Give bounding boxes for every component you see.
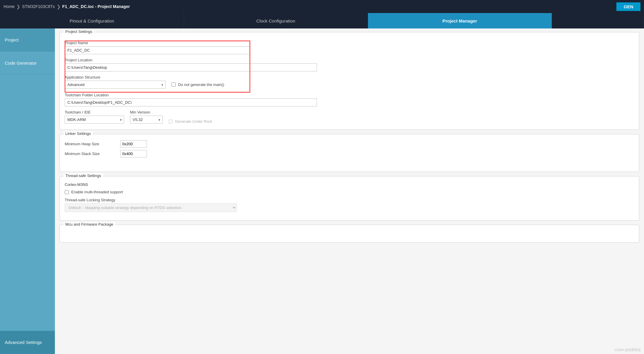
toolchain-folder-group: Toolchain Folder Location <box>65 93 634 106</box>
locking-strategy-group: Thread-safe Locking Strategy Default – M… <box>65 198 634 212</box>
sidebar-item-advanced-settings[interactable]: Advanced Settings <box>0 331 55 354</box>
project-settings-box: Project Settings Project Name Project Lo… <box>60 32 639 130</box>
project-location-label: Project Location <box>65 58 634 62</box>
generate-under-root-row: Generate Under Root <box>169 119 212 124</box>
toolchain-ide-select-wrapper: MDK-ARM EWARM SW4STM32 Makefile <box>65 116 124 124</box>
project-location-input[interactable] <box>65 63 317 71</box>
sidebar-item-code-generator[interactable]: Code Generator <box>0 52 55 75</box>
project-name-label: Project Name <box>65 41 634 45</box>
breadcrumb-project[interactable]: F1_ADC_DC.ioc - Project Manager <box>62 4 130 9</box>
do-not-generate-label: Do not generate the main() <box>178 82 224 87</box>
linker-settings-box: Linker Settings Minimum Heap Size Minimu… <box>60 134 639 172</box>
min-version-select-wrapper: V5.27 V5.29 V5.32 V5.36 <box>130 116 163 124</box>
enable-multi-thread-row: Enable multi-threaded support <box>65 190 634 194</box>
tab-pinout[interactable]: Pinout & Configuration <box>0 13 184 28</box>
app-structure-row: Application Structure Basic Advanced Do … <box>65 75 634 89</box>
watermark: CSDN @四臂西瓜 <box>615 348 641 352</box>
min-version-select[interactable]: V5.27 V5.29 V5.32 V5.36 <box>130 116 163 124</box>
min-stack-input[interactable] <box>120 150 147 157</box>
breadcrumb-arrow-1: ❯ <box>16 4 20 9</box>
app-structure-label: Application Structure <box>65 75 166 79</box>
min-version-label: Min Version <box>130 110 163 114</box>
do-not-generate-checkbox[interactable] <box>172 82 176 87</box>
enable-multi-thread-checkbox[interactable] <box>65 190 69 194</box>
min-heap-row: Minimum Heap Size <box>65 140 634 148</box>
toolchain-ide-label: Toolchain / IDE <box>65 110 124 114</box>
min-heap-label: Minimum Heap Size <box>65 142 117 146</box>
tab-bar: Pinout & Configuration Clock Configurati… <box>0 13 644 28</box>
project-settings-title: Project Settings <box>64 29 94 34</box>
toolchain-folder-input[interactable] <box>65 98 317 106</box>
project-name-group: Project Name <box>65 41 634 54</box>
toolchain-ide-group: Toolchain / IDE MDK-ARM EWARM SW4STM32 M… <box>65 110 124 124</box>
sidebar: Project Code Generator Advanced Settings <box>0 28 55 354</box>
toolchain-row: Toolchain / IDE MDK-ARM EWARM SW4STM32 M… <box>65 110 634 124</box>
thread-safe-settings-box: Thread-safe Settings Cortex-M3NS Enable … <box>60 176 639 221</box>
breadcrumb-mcu[interactable]: STM32F103C8Tx <box>22 4 55 9</box>
tab-extra <box>552 13 644 28</box>
project-location-group: Project Location <box>65 58 634 71</box>
mcu-firmware-title: Mcu and Firmware Package <box>64 222 115 227</box>
locking-strategy-select: Default – Mapping suitable strategy depe… <box>65 203 237 212</box>
project-settings-inner: Project Name Project Location Applicatio… <box>65 38 634 124</box>
app-structure-select[interactable]: Basic Advanced <box>65 81 166 89</box>
tab-project-manager[interactable]: Project Manager <box>368 13 552 28</box>
toolchain-ide-select[interactable]: MDK-ARM EWARM SW4STM32 Makefile <box>65 116 124 124</box>
cortex-label: Cortex-M3NS <box>65 182 634 187</box>
app-structure-group: Application Structure Basic Advanced <box>65 75 166 89</box>
main-area: Project Code Generator Advanced Settings… <box>0 28 644 354</box>
do-not-generate-row: Do not generate the main() <box>172 82 224 87</box>
generate-under-root-label: Generate Under Root <box>175 119 212 124</box>
breadcrumb-bar: Home ❯ STM32F103C8Tx ❯ F1_ADC_DC.ioc - P… <box>0 0 644 13</box>
project-name-input[interactable] <box>65 46 250 54</box>
breadcrumb-home[interactable]: Home <box>4 4 15 9</box>
min-version-group: Min Version V5.27 V5.29 V5.32 V5.36 <box>130 110 163 124</box>
linker-settings-title: Linker Settings <box>64 131 93 136</box>
enable-multi-thread-label: Enable multi-threaded support <box>71 190 123 194</box>
min-stack-row: Minimum Stack Size <box>65 150 634 157</box>
mcu-firmware-box: Mcu and Firmware Package <box>60 225 639 243</box>
toolchain-folder-label: Toolchain Folder Location <box>65 93 634 97</box>
thread-safe-title: Thread-safe Settings <box>64 173 103 178</box>
app-structure-select-wrapper: Basic Advanced <box>65 81 166 89</box>
min-heap-input[interactable] <box>120 140 147 148</box>
tab-clock[interactable]: Clock Configuration <box>184 13 368 28</box>
gen-button[interactable]: GEN <box>616 2 640 11</box>
breadcrumb-arrow-2: ❯ <box>57 4 61 9</box>
content-area: Project Settings Project Name Project Lo… <box>55 28 644 354</box>
sidebar-item-project[interactable]: Project <box>0 28 55 52</box>
locking-strategy-label: Thread-safe Locking Strategy <box>65 198 634 202</box>
min-stack-label: Minimum Stack Size <box>65 152 117 156</box>
generate-under-root-checkbox <box>169 119 173 124</box>
